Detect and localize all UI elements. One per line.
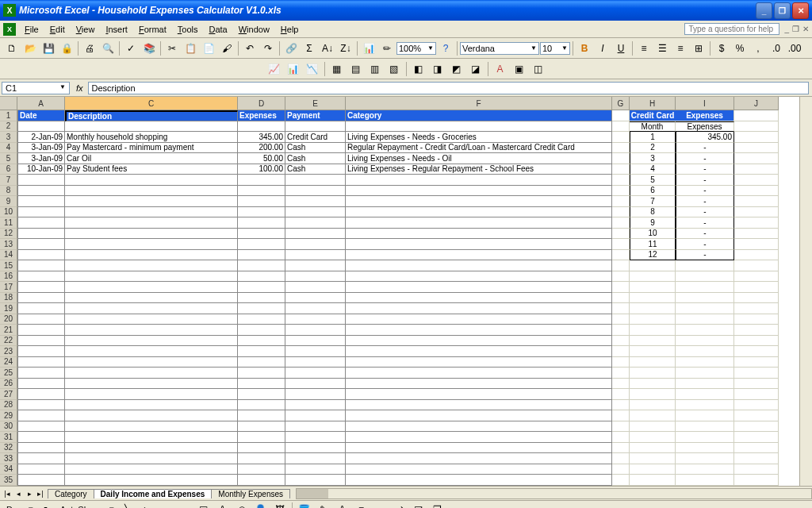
cell[interactable] — [676, 325, 734, 336]
cell[interactable] — [346, 453, 612, 464]
cell[interactable] — [65, 250, 238, 261]
cell[interactable]: 3 — [630, 153, 676, 164]
cell[interactable] — [65, 175, 238, 186]
chart-opt-4-icon[interactable]: ▧ — [385, 60, 403, 78]
cell[interactable]: Cash — [285, 153, 346, 164]
cell[interactable] — [285, 421, 346, 433]
cell[interactable]: 10 — [630, 229, 676, 240]
cell[interactable] — [17, 379, 65, 390]
cell[interactable] — [734, 346, 779, 357]
row-header[interactable]: 35 — [0, 475, 17, 486]
cell[interactable] — [676, 475, 734, 486]
cell[interactable] — [17, 175, 65, 186]
cell[interactable] — [17, 325, 65, 336]
formula-bar[interactable]: Description — [88, 82, 809, 94]
cell[interactable] — [238, 325, 285, 336]
cell[interactable] — [630, 293, 676, 304]
cell[interactable] — [65, 303, 238, 314]
cell[interactable] — [676, 271, 734, 283]
menu-insert[interactable]: Insert — [100, 23, 133, 36]
cell[interactable] — [676, 282, 734, 293]
cell[interactable] — [734, 196, 779, 207]
cell[interactable] — [676, 400, 734, 411]
cell[interactable] — [734, 475, 779, 486]
doc-restore-button[interactable]: ❐ — [792, 25, 799, 33]
cell[interactable] — [612, 271, 630, 283]
redo-icon[interactable]: ↷ — [259, 40, 277, 57]
cell[interactable] — [65, 196, 238, 207]
cell[interactable] — [285, 443, 346, 454]
cell[interactable] — [612, 389, 630, 400]
cell[interactable] — [346, 303, 612, 314]
cell[interactable]: Credit Card — [285, 132, 346, 143]
cell[interactable]: - — [676, 217, 734, 229]
row-header[interactable]: 20 — [0, 314, 17, 325]
cell[interactable] — [346, 400, 612, 411]
col-header-F[interactable]: F — [346, 97, 612, 110]
cell[interactable] — [612, 357, 630, 368]
cell[interactable] — [17, 432, 65, 443]
cell[interactable] — [612, 336, 630, 347]
cell[interactable] — [630, 443, 676, 454]
cell[interactable] — [676, 368, 734, 379]
cell[interactable] — [734, 293, 779, 304]
print-icon[interactable]: 🖨 — [81, 40, 98, 57]
cell[interactable]: Expenses — [676, 121, 734, 133]
cell[interactable] — [285, 453, 346, 464]
autoshapes-menu[interactable]: AutoShapes ▾ — [57, 503, 117, 508]
cell[interactable] — [238, 121, 285, 133]
cell[interactable] — [346, 379, 612, 390]
cell[interactable] — [630, 475, 676, 486]
draw-menu[interactable]: Draw ▾ — [3, 503, 36, 508]
chart-tool-b-icon[interactable]: ▣ — [511, 60, 528, 78]
cell[interactable] — [734, 453, 779, 464]
help-icon[interactable]: ? — [437, 40, 454, 57]
cell[interactable] — [238, 421, 285, 433]
cell[interactable] — [285, 282, 346, 293]
cell[interactable]: Monthly household shopping — [65, 132, 238, 143]
row-header[interactable]: 29 — [0, 410, 17, 421]
cell[interactable] — [238, 282, 285, 293]
clipart-icon[interactable]: 👤 — [252, 501, 270, 509]
cell[interactable] — [612, 432, 630, 443]
cell[interactable] — [734, 143, 779, 154]
cell[interactable] — [65, 325, 238, 336]
cell[interactable] — [630, 346, 676, 357]
cell[interactable] — [65, 432, 238, 443]
picture-icon[interactable]: 🖼 — [271, 501, 289, 509]
cell[interactable] — [346, 475, 612, 486]
cell[interactable] — [612, 260, 630, 271]
cell[interactable] — [65, 336, 238, 347]
cell[interactable] — [17, 464, 65, 475]
cell[interactable] — [285, 379, 346, 390]
cell[interactable] — [734, 368, 779, 379]
cell[interactable] — [676, 410, 734, 421]
tab-last-icon[interactable]: ▸| — [35, 490, 46, 498]
cell[interactable] — [676, 303, 734, 314]
cell[interactable] — [65, 368, 238, 379]
cell[interactable] — [676, 293, 734, 304]
cell[interactable] — [612, 400, 630, 411]
cell[interactable] — [17, 239, 65, 250]
cell[interactable] — [734, 443, 779, 454]
row-header[interactable]: 22 — [0, 336, 17, 347]
line-icon[interactable]: ╲ — [119, 501, 136, 509]
row-header[interactable]: 16 — [0, 271, 17, 283]
3d-icon[interactable]: ❒ — [429, 501, 446, 509]
cell[interactable] — [734, 110, 779, 121]
cell[interactable] — [612, 121, 630, 133]
cell[interactable] — [346, 239, 612, 250]
cell[interactable] — [612, 346, 630, 357]
copy-icon[interactable]: 📋 — [182, 40, 199, 57]
cell[interactable] — [65, 314, 238, 325]
excel-doc-icon[interactable]: X — [3, 23, 16, 36]
chart-type-3-icon[interactable]: 📉 — [304, 60, 321, 78]
chart-fmt-2-icon[interactable]: ◨ — [429, 60, 446, 78]
cell[interactable] — [734, 464, 779, 475]
cell[interactable] — [346, 368, 612, 379]
open-icon[interactable]: 📂 — [21, 40, 39, 57]
cell[interactable] — [734, 421, 779, 433]
cell[interactable] — [17, 229, 65, 240]
cell[interactable] — [285, 475, 346, 486]
row-header[interactable]: 21 — [0, 325, 17, 336]
